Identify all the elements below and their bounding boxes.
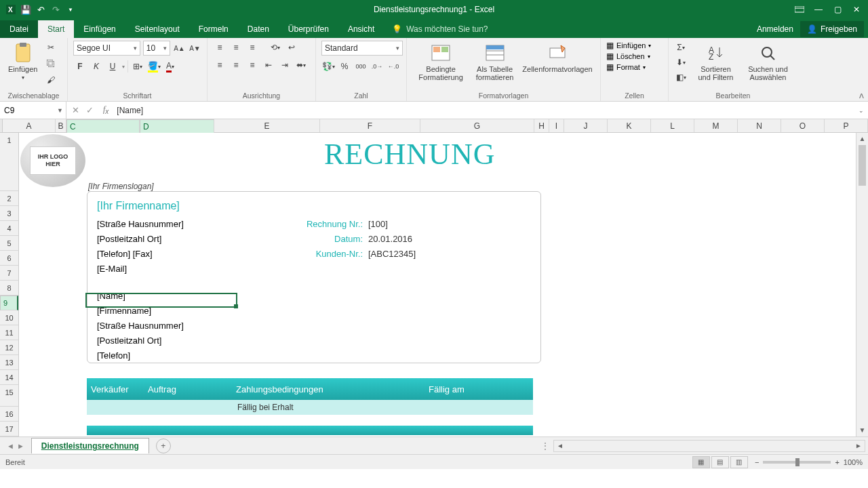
column-header[interactable]: K bbox=[608, 119, 651, 132]
row-header[interactable]: 10 bbox=[0, 310, 18, 325]
decrease-font-icon[interactable]: A▼ bbox=[189, 41, 201, 55]
add-sheet-icon[interactable]: + bbox=[156, 439, 171, 453]
row-header[interactable]: 5 bbox=[0, 236, 18, 251]
orientation-icon[interactable]: ⟲▾ bbox=[269, 41, 282, 54]
zoom-out-icon[interactable]: − bbox=[755, 458, 759, 466]
tab-home[interactable]: Start bbox=[38, 20, 74, 38]
column-header[interactable]: P bbox=[825, 119, 868, 132]
tab-review[interactable]: Überprüfen bbox=[279, 20, 338, 38]
align-top-icon[interactable]: ≡ bbox=[213, 41, 226, 54]
tab-pagelayout[interactable]: Seitenlayout bbox=[125, 20, 189, 38]
tab-formulas[interactable]: Formeln bbox=[189, 20, 238, 38]
delete-cells-button[interactable]: ▦Löschen▾ bbox=[606, 52, 663, 61]
increase-font-icon[interactable]: A▲ bbox=[173, 41, 186, 55]
signin-link[interactable]: Anmelden bbox=[750, 20, 800, 38]
row-header[interactable]: 6 bbox=[0, 251, 18, 266]
sheet-tab[interactable]: Dienstleistungsrechnung bbox=[31, 438, 149, 453]
align-center-icon[interactable]: ≡ bbox=[229, 58, 243, 72]
sheet-nav-next-icon[interactable]: ► bbox=[17, 442, 24, 450]
format-as-table-button[interactable]: Als Tabelle formatieren bbox=[469, 41, 520, 83]
find-select-button[interactable]: Suchen und Auswählen bbox=[744, 41, 792, 83]
row-header[interactable]: 7 bbox=[0, 266, 18, 281]
row-header[interactable]: 3 bbox=[0, 206, 18, 221]
autosum-icon[interactable]: Σ▾ bbox=[674, 41, 688, 54]
decrease-indent-icon[interactable]: ⇤ bbox=[262, 58, 275, 72]
comma-icon[interactable]: 000 bbox=[354, 60, 368, 73]
insert-cells-button[interactable]: ▦Einfügen▾ bbox=[606, 41, 663, 50]
sort-filter-button[interactable]: AZ Sortieren und Filtern bbox=[692, 41, 740, 83]
tell-me[interactable]: 💡Was möchten Sie tun? bbox=[384, 20, 496, 38]
close-icon[interactable]: ✕ bbox=[848, 2, 865, 17]
tab-file[interactable]: Datei bbox=[0, 20, 38, 38]
borders-icon[interactable]: ⊞▾ bbox=[131, 60, 144, 73]
column-header[interactable]: L bbox=[651, 119, 694, 132]
column-header[interactable]: I bbox=[549, 119, 564, 132]
row-header[interactable]: 12 bbox=[0, 340, 18, 355]
row-header[interactable]: 13 bbox=[0, 355, 18, 370]
chevron-down-icon[interactable]: ▼ bbox=[57, 107, 63, 114]
scroll-up-icon[interactable]: ▲ bbox=[856, 133, 868, 145]
column-header[interactable]: N bbox=[738, 119, 781, 132]
worksheet[interactable]: IHR LOGO HIER RECHNUNG [Ihr Firmenslogan… bbox=[19, 133, 856, 436]
conditional-formatting-button[interactable]: Bedingte Formatierung bbox=[412, 41, 469, 83]
row-header[interactable]: 1 bbox=[0, 133, 18, 191]
column-header[interactable]: F bbox=[320, 119, 420, 132]
format-painter-icon[interactable]: 🖌 bbox=[44, 73, 58, 87]
align-middle-icon[interactable]: ≡ bbox=[229, 41, 243, 54]
expand-formula-icon[interactable]: ⌄ bbox=[854, 107, 868, 114]
increase-decimal-icon[interactable]: .0→ bbox=[370, 60, 384, 73]
row-header[interactable]: 2 bbox=[0, 191, 18, 206]
fx-icon[interactable]: fx bbox=[99, 104, 113, 115]
zoom-level[interactable]: 100% bbox=[844, 458, 863, 466]
column-header[interactable]: J bbox=[564, 119, 608, 132]
fill-color-icon[interactable]: 🪣▾ bbox=[147, 60, 161, 73]
font-size-select[interactable]: 10▾ bbox=[143, 41, 170, 56]
scroll-left-icon[interactable]: ◄ bbox=[554, 442, 566, 449]
copy-icon[interactable]: ⿻ bbox=[44, 57, 58, 70]
format-cells-button[interactable]: ▦Format▾ bbox=[606, 62, 663, 72]
scroll-down-icon[interactable]: ▼ bbox=[856, 424, 868, 436]
formula-bar[interactable]: [Name] bbox=[113, 106, 854, 115]
undo-icon[interactable]: ↶ bbox=[35, 4, 46, 15]
column-header[interactable]: G bbox=[420, 119, 534, 132]
column-header[interactable]: B bbox=[56, 119, 66, 132]
column-header[interactable]: D bbox=[140, 119, 214, 134]
name-box[interactable]: C9▼ bbox=[0, 102, 66, 119]
vertical-scrollbar[interactable]: ▲ ▼ bbox=[856, 133, 868, 436]
column-header[interactable]: O bbox=[781, 119, 825, 132]
scroll-right-icon[interactable]: ► bbox=[852, 442, 865, 449]
column-header[interactable]: A bbox=[3, 119, 56, 132]
zoom-slider[interactable] bbox=[763, 461, 831, 464]
column-header[interactable]: M bbox=[694, 119, 738, 132]
fill-icon[interactable]: ⬇▾ bbox=[674, 56, 688, 69]
paste-button[interactable]: Einfügen▾ bbox=[5, 41, 40, 82]
maximize-icon[interactable]: ▢ bbox=[829, 2, 846, 17]
row-header[interactable]: 4 bbox=[0, 221, 18, 236]
view-pagebreak-icon[interactable]: ▥ bbox=[730, 456, 748, 468]
cancel-formula-icon[interactable]: ✕ bbox=[72, 105, 79, 115]
font-color-icon[interactable]: A▾ bbox=[163, 60, 177, 73]
row-header[interactable]: 16 bbox=[0, 407, 18, 422]
increase-indent-icon[interactable]: ⇥ bbox=[278, 58, 292, 72]
row-header[interactable]: 11 bbox=[0, 325, 18, 340]
row-header[interactable]: 14 bbox=[0, 370, 18, 385]
merge-icon[interactable]: ⬌▾ bbox=[294, 58, 308, 72]
view-pagelayout-icon[interactable]: ▤ bbox=[711, 456, 729, 468]
percent-icon[interactable]: % bbox=[338, 60, 351, 73]
minimize-icon[interactable]: ― bbox=[810, 2, 827, 17]
cut-icon[interactable]: ✂ bbox=[44, 41, 58, 54]
cell-styles-button[interactable]: Zellenformatvorlagen bbox=[520, 41, 595, 75]
column-header[interactable]: H bbox=[534, 119, 549, 132]
wrap-text-icon[interactable]: ↩ bbox=[285, 41, 298, 54]
currency-icon[interactable]: 💱▾ bbox=[321, 60, 335, 73]
tab-view[interactable]: Ansicht bbox=[338, 20, 384, 38]
clear-icon[interactable]: ◧▾ bbox=[674, 70, 688, 84]
align-bottom-icon[interactable]: ≡ bbox=[245, 41, 259, 54]
qat-customize-icon[interactable]: ▼ bbox=[65, 4, 76, 15]
column-header[interactable]: C bbox=[66, 119, 140, 134]
bold-button[interactable]: F bbox=[73, 60, 87, 73]
underline-button[interactable]: U bbox=[106, 60, 119, 73]
save-icon[interactable]: 💾 bbox=[20, 4, 31, 15]
collapse-ribbon-icon[interactable]: ᐱ bbox=[859, 92, 864, 100]
ribbon-options-icon[interactable] bbox=[791, 2, 808, 17]
